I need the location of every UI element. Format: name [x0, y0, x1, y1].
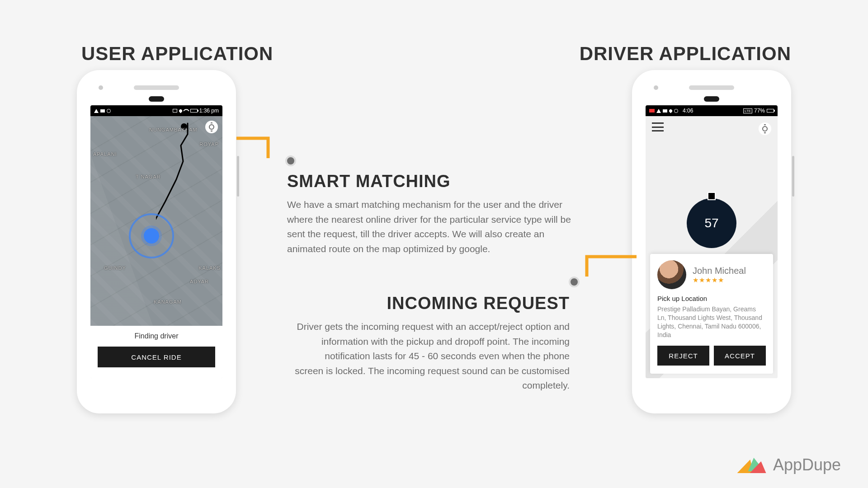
- battery-icon: [767, 109, 774, 113]
- phone-sensor-icon: [704, 96, 719, 102]
- signal-icon: [94, 109, 99, 113]
- pickup-address: Prestige Palladium Bayan, Greams Ln, Tho…: [657, 305, 766, 339]
- passenger-rating: ★★★★★: [693, 276, 746, 284]
- cast-icon: [173, 109, 177, 113]
- location-icon: [178, 108, 183, 113]
- phone-speaker-icon: [134, 85, 179, 90]
- brand-footer: AppDupe: [742, 455, 841, 474]
- status-time: 1:36 pm: [199, 108, 219, 114]
- current-location-icon: [144, 228, 159, 244]
- driver-app-screen: 4:06 LTE 77% 57: [646, 105, 778, 378]
- signal-icon: [656, 109, 661, 113]
- phone-speaker-icon: [689, 85, 734, 90]
- smart-matching-section: SMART MATCHING We have a smart matching …: [287, 172, 572, 256]
- right-connector: [569, 254, 637, 286]
- map-label-adyar: ADYAR: [190, 279, 209, 284]
- volte-icon: LTE: [743, 108, 752, 113]
- connector-endpoint-icon: [569, 277, 580, 287]
- menu-button[interactable]: [652, 122, 664, 131]
- video-icon: [663, 109, 667, 113]
- map-label-nungambakkam: NUNGAMBAKKAM: [149, 127, 198, 132]
- countdown-timer: 57: [687, 198, 736, 248]
- crosshair-icon: [762, 126, 768, 131]
- accept-button[interactable]: ACCEPT: [714, 346, 766, 366]
- map-label-kodambakkam: APALANI: [93, 151, 117, 157]
- smart-matching-body: We have a smart matching mechanism for t…: [287, 197, 572, 256]
- incoming-request-title: INCOMING REQUEST: [294, 294, 570, 313]
- phone-camera-icon: [99, 85, 103, 90]
- map-label-tnagar: T NAGAR: [136, 174, 161, 179]
- countdown-value: 57: [704, 216, 718, 230]
- map-label-guindy: GUINDY: [104, 265, 126, 271]
- crosshair-icon: [209, 124, 214, 130]
- video-icon: [100, 109, 105, 113]
- battery-icon: [190, 109, 198, 113]
- driver-phone-frame: 4:06 LTE 77% 57: [632, 70, 791, 413]
- brand-logo-icon: [742, 456, 767, 474]
- brand-name: AppDupe: [773, 455, 841, 474]
- location-icon: [669, 108, 673, 113]
- locate-me-button[interactable]: [205, 121, 218, 133]
- phone-power-button: [237, 156, 239, 197]
- smart-matching-title: SMART MATCHING: [287, 172, 572, 191]
- connector-endpoint-icon: [285, 155, 296, 166]
- user-app-screen: 1:36 pm NUNGAMBAKKAM ROYAP APALANI T NAG…: [90, 105, 222, 378]
- user-status-bar: 1:36 pm: [90, 105, 222, 116]
- left-connector: [236, 136, 295, 167]
- driver-map-view[interactable]: 57 John Micheal ★★★★★ Pick up Location P…: [646, 116, 778, 378]
- incoming-request-section: INCOMING REQUEST Driver gets the incomin…: [294, 294, 570, 393]
- map-label-royap: ROYAP: [199, 141, 219, 147]
- hamburger-icon: [652, 122, 664, 124]
- user-map-view[interactable]: NUNGAMBAKKAM ROYAP APALANI T NAGAR GUIND…: [90, 116, 222, 326]
- incoming-request-body: Driver gets the incoming request with an…: [294, 319, 570, 393]
- incoming-request-card: John Micheal ★★★★★ Pick up Location Pres…: [650, 254, 773, 374]
- user-bottom-panel: Finding driver CANCEL RIDE: [90, 326, 222, 378]
- carrier-icon: [649, 109, 655, 113]
- cancel-ride-button[interactable]: CANCEL RIDE: [98, 347, 215, 367]
- wifi-icon: [183, 108, 189, 114]
- driver-status-bar: 4:06 LTE 77%: [646, 105, 778, 116]
- driver-app-heading: DRIVER APPLICATION: [580, 43, 791, 65]
- face-icon: [107, 109, 111, 113]
- sync-icon: [674, 109, 678, 113]
- passenger-avatar: [657, 260, 686, 289]
- finding-driver-text: Finding driver: [98, 332, 215, 340]
- pickup-label: Pick up Location: [657, 295, 766, 302]
- reject-button[interactable]: REJECT: [657, 346, 709, 366]
- user-app-heading: USER APPLICATION: [81, 43, 273, 65]
- map-label-kalaks: KALAKS: [198, 265, 221, 271]
- user-phone-frame: 1:36 pm NUNGAMBAKKAM ROYAP APALANI T NAG…: [77, 70, 236, 413]
- locate-me-button[interactable]: [759, 122, 771, 135]
- map-label-kanagam: KANAGAM: [154, 299, 182, 305]
- status-time: 4:06: [683, 108, 693, 114]
- phone-sensor-icon: [149, 96, 164, 102]
- passenger-name: John Micheal: [693, 266, 746, 276]
- phone-camera-icon: [654, 85, 658, 90]
- battery-percent: 77%: [754, 108, 765, 114]
- phone-power-button: [792, 156, 794, 197]
